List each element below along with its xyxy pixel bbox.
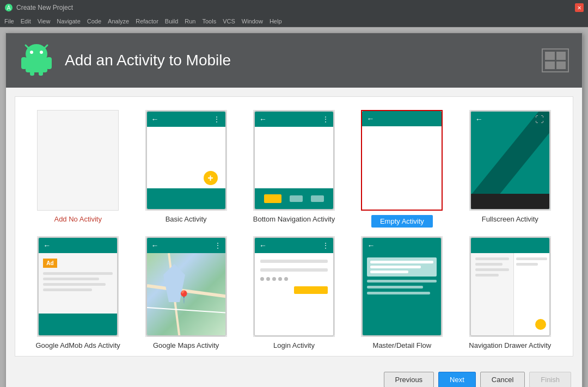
next-button[interactable]: Next	[438, 372, 476, 387]
activity-item-admob[interactable]: ← Ad Goo	[28, 236, 127, 349]
layout-cell-2	[556, 52, 566, 60]
previous-button[interactable]: Previous	[384, 372, 434, 387]
activity-grid: Add No Activity ← ⋮ + Basic Activity	[24, 106, 564, 354]
label-empty-activity: Empty Activity	[371, 215, 433, 228]
close-button[interactable]: ✕	[575, 3, 584, 12]
label-nav-drawer: Navigation Drawer Activity	[469, 341, 551, 349]
activity-item-bottom-navigation[interactable]: ← ⋮ Bottom Navigation Activity	[244, 110, 344, 228]
menu-file[interactable]: File	[4, 18, 14, 24]
label-bottom-navigation: Bottom Navigation Activity	[253, 215, 335, 223]
menu-build[interactable]: Build	[165, 18, 178, 24]
menu-refactor[interactable]: Refactor	[136, 18, 158, 24]
activity-item-fullscreen-activity[interactable]: ← ⛶ Fullscreen Activity	[461, 110, 560, 228]
svg-rect-9	[46, 57, 52, 69]
menu-run[interactable]: Run	[185, 18, 195, 24]
label-master-detail: Master/Detail Flow	[373, 341, 432, 349]
close-icon: ✕	[577, 5, 581, 11]
svg-line-5	[26, 45, 29, 48]
menu-help[interactable]: Help	[270, 18, 282, 24]
thumbnail-login: ← ⋮	[253, 236, 335, 337]
finish-button[interactable]: Finish	[529, 372, 571, 387]
menu-window[interactable]: Window	[242, 18, 263, 24]
svg-point-3	[30, 51, 33, 54]
dialog-footer: Previous Next Cancel Finish	[6, 365, 582, 387]
title-bar: A Create New Project ✕	[0, 0, 588, 15]
menu-analyze[interactable]: Analyze	[108, 18, 129, 24]
thumbnail-master-detail: ←	[361, 236, 443, 337]
svg-rect-7	[26, 57, 47, 72]
thumbnail-empty-activity: ←	[361, 110, 443, 211]
layout-cell-3	[545, 62, 555, 70]
menu-bar: File Edit View Navigate Code Analyze Ref…	[0, 15, 588, 27]
label-admob: Google AdMob Ads Activity	[36, 341, 120, 349]
menu-vcs[interactable]: VCS	[223, 18, 235, 24]
activity-selection-panel[interactable]: Add No Activity ← ⋮ + Basic Activity	[15, 96, 573, 357]
layout-cell-1	[545, 52, 555, 60]
svg-rect-10	[30, 68, 34, 76]
menu-tools[interactable]: Tools	[202, 18, 216, 24]
thumbnail-admob: ← Ad	[37, 236, 119, 337]
menu-navigate[interactable]: Navigate	[57, 18, 80, 24]
window-title: Create New Project	[16, 4, 73, 11]
activity-item-login[interactable]: ← ⋮	[244, 236, 344, 349]
app-icon: A	[4, 3, 13, 12]
menu-edit[interactable]: Edit	[21, 18, 31, 24]
dialog-header: Add an Activity to Mobile	[6, 33, 582, 88]
svg-line-6	[44, 45, 47, 48]
thumbnail-basic-activity: ← ⋮ +	[145, 110, 227, 211]
thumbnail-nav-drawer	[469, 236, 551, 337]
activity-item-nav-drawer[interactable]: Navigation Drawer Activity	[461, 236, 560, 349]
layout-cell-4	[556, 62, 566, 70]
activity-item-maps[interactable]: ← ⋮ 📍	[136, 236, 235, 349]
activity-item-basic-activity[interactable]: ← ⋮ + Basic Activity	[136, 110, 235, 228]
create-project-dialog: Add an Activity to Mobile Add No Activit…	[5, 33, 583, 387]
activity-item-add-no-activity[interactable]: Add No Activity	[28, 110, 127, 228]
svg-rect-11	[39, 68, 43, 76]
label-basic-activity: Basic Activity	[166, 215, 207, 223]
thumbnail-add-no-activity	[37, 110, 119, 211]
svg-rect-8	[21, 57, 27, 69]
label-maps: Google Maps Activity	[153, 341, 219, 349]
svg-text:A: A	[7, 5, 11, 11]
svg-point-4	[40, 51, 43, 54]
label-fullscreen-activity: Fullscreen Activity	[482, 215, 538, 223]
activity-item-empty-activity[interactable]: ← Empty Activity	[352, 110, 451, 228]
activity-item-master-detail[interactable]: ← Maste	[352, 236, 451, 349]
cancel-button[interactable]: Cancel	[480, 372, 525, 387]
android-logo	[19, 43, 54, 78]
thumbnail-bottom-navigation: ← ⋮	[253, 110, 335, 211]
label-login: Login Activity	[273, 341, 315, 349]
menu-code[interactable]: Code	[87, 18, 101, 24]
layout-toggle-icon[interactable]	[542, 48, 569, 72]
svg-line-15	[147, 308, 225, 313]
thumbnail-maps: ← ⋮ 📍	[145, 236, 227, 337]
label-add-no-activity: Add No Activity	[54, 215, 101, 223]
menu-view[interactable]: View	[38, 18, 51, 24]
dialog-title: Add an Activity to Mobile	[65, 52, 231, 69]
thumbnail-fullscreen-activity: ← ⛶	[469, 110, 551, 211]
